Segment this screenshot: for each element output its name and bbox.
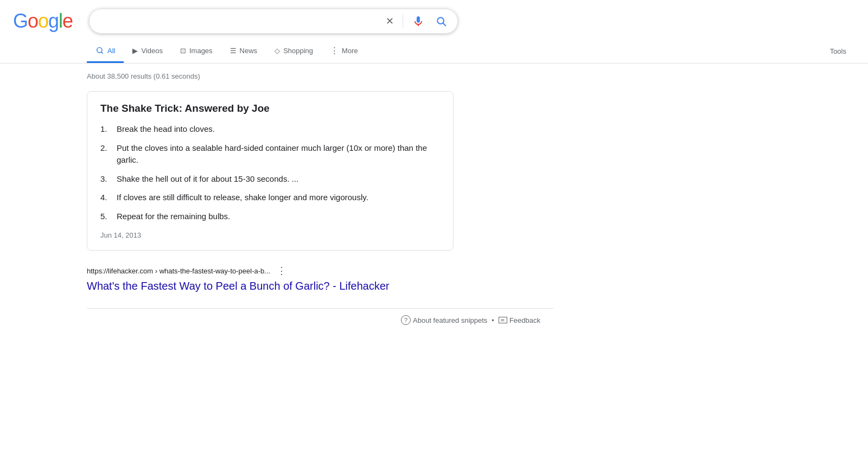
results-area: About 38,500 results (0.61 seconds) The …	[0, 63, 467, 308]
logo-l: l	[59, 10, 62, 33]
more-icon: ⋮	[330, 46, 339, 55]
list-item: 2. Put the cloves into a sealable hard-s…	[100, 142, 440, 167]
result-more-button[interactable]: ⋮	[275, 264, 289, 278]
search-icon	[436, 16, 446, 27]
list-item: 1. Break the head into cloves.	[100, 123, 440, 136]
svg-line-1	[443, 23, 446, 26]
tab-shopping[interactable]: ◇ Shopping	[266, 39, 322, 63]
logo-g2: g	[48, 10, 59, 33]
featured-snippet: The Shake Trick: Answered by Joe 1. Brea…	[87, 91, 454, 251]
search-button[interactable]	[433, 14, 449, 29]
feedback-label: Feedback	[509, 316, 540, 324]
tab-news[interactable]: ☰ News	[221, 39, 266, 63]
search-input[interactable]: what is the best way to peel garlic	[98, 16, 377, 26]
tab-news-label: News	[240, 47, 258, 55]
clear-button[interactable]: ✕	[384, 13, 396, 29]
help-icon: ?	[401, 315, 411, 325]
bottom-bar: ? About featured snippets • ✉ Feedback	[87, 308, 553, 331]
news-icon: ☰	[230, 47, 237, 55]
feedback-item[interactable]: ✉ Feedback	[499, 316, 540, 324]
list-item: 5. Repeat for the remaining bulbs.	[100, 210, 440, 223]
tab-images[interactable]: ⊡ Images	[171, 39, 221, 63]
svg-line-3	[101, 52, 103, 54]
tools-button[interactable]: Tools	[821, 40, 855, 62]
tab-more[interactable]: ⋮ More	[322, 38, 367, 63]
images-icon: ⊡	[180, 47, 186, 55]
logo-o1: o	[28, 10, 38, 33]
all-icon	[95, 46, 104, 55]
snippet-list: 1. Break the head into cloves. 2. Put th…	[100, 123, 440, 222]
results-count: About 38,500 results (0.61 seconds)	[87, 72, 454, 80]
header: Google what is the best way to peel garl…	[0, 0, 868, 34]
mic-icon	[412, 15, 425, 28]
nav-tabs: All ▶ Videos ⊡ Images ☰ News ◇ Shopping …	[0, 38, 868, 63]
feedback-icon: ✉	[499, 317, 507, 323]
logo-g: G	[13, 10, 28, 33]
tab-more-label: More	[342, 47, 358, 55]
result-title-link[interactable]: What's the Fastest Way to Peel a Bunch o…	[87, 279, 454, 293]
search-bar: what is the best way to peel garlic ✕	[89, 9, 458, 34]
logo-e: e	[62, 10, 73, 33]
snippet-date: Jun 14, 2013	[100, 231, 440, 239]
search-bar-wrapper: what is the best way to peel garlic ✕	[89, 9, 458, 34]
result-item: https://lifehacker.com › whats-the-faste…	[87, 264, 454, 293]
mic-button[interactable]	[410, 12, 427, 30]
tab-all-label: All	[107, 47, 115, 55]
list-item: 4. If cloves are still difficult to rele…	[100, 192, 440, 204]
search-bar-divider	[403, 15, 403, 28]
google-logo: Google	[13, 10, 73, 33]
result-url: https://lifehacker.com › whats-the-faste…	[87, 267, 270, 275]
separator-dot: •	[492, 316, 494, 324]
result-url-row: https://lifehacker.com › whats-the-faste…	[87, 264, 454, 278]
list-item: 3. Shake the hell out of it for about 15…	[100, 173, 440, 186]
tab-shopping-label: Shopping	[283, 47, 313, 55]
videos-icon: ▶	[132, 47, 138, 55]
snippet-title: The Shake Trick: Answered by Joe	[100, 103, 440, 114]
logo-o2: o	[38, 10, 48, 33]
about-snippets-item[interactable]: ? About featured snippets	[401, 315, 487, 325]
shopping-icon: ◇	[275, 47, 280, 55]
tab-images-label: Images	[189, 47, 213, 55]
tab-videos[interactable]: ▶ Videos	[124, 39, 171, 63]
tab-all[interactable]: All	[87, 39, 124, 63]
tab-videos-label: Videos	[141, 47, 163, 55]
about-snippets-label: About featured snippets	[413, 316, 487, 324]
